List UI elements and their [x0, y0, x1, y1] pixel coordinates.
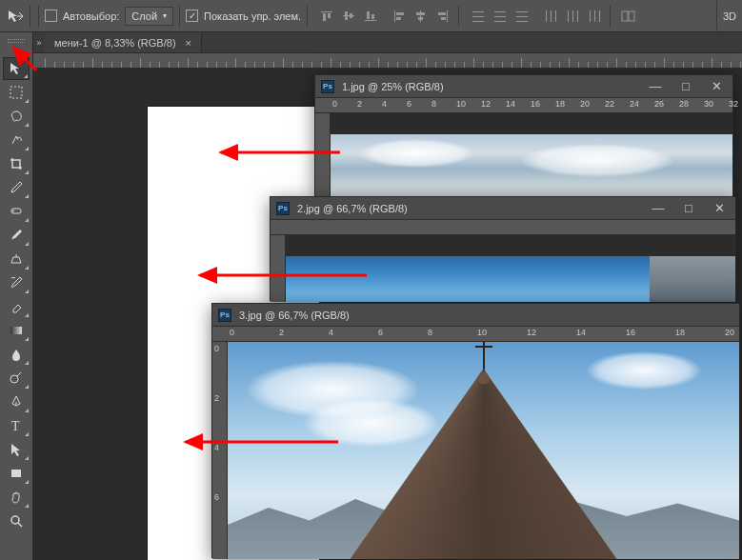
- panel-grip[interactable]: [0, 36, 32, 46]
- separator: [307, 6, 308, 27]
- document-tab[interactable]: мени-1 @ 8,33% (RGB/8) ×: [45, 32, 202, 52]
- distribute-bottom-icon[interactable]: [512, 7, 531, 26]
- minimize-icon[interactable]: —: [645, 79, 666, 93]
- svg-point-45: [11, 516, 19, 524]
- blur-tool[interactable]: [3, 343, 30, 366]
- show-controls-label: Показать упр. элем.: [204, 10, 301, 22]
- svg-rect-8: [371, 14, 374, 19]
- svg-rect-29: [555, 10, 556, 22]
- svg-rect-3: [343, 15, 354, 16]
- svg-rect-24: [516, 11, 528, 12]
- maximize-icon[interactable]: □: [678, 201, 699, 215]
- crop-tool[interactable]: [3, 152, 30, 175]
- zoom-tool[interactable]: [3, 510, 30, 532]
- window-title: 1.jpg @ 25% (RGB/8): [342, 81, 637, 92]
- window-body: 0246: [212, 342, 739, 559]
- svg-rect-23: [494, 21, 506, 22]
- close-icon[interactable]: ✕: [706, 79, 727, 93]
- svg-point-40: [12, 210, 14, 212]
- align-hcenter-icon[interactable]: [411, 7, 431, 26]
- dodge-tool[interactable]: [3, 367, 30, 390]
- gradient-tool[interactable]: [3, 319, 30, 342]
- brush-tool[interactable]: [3, 224, 30, 247]
- window-titlebar[interactable]: Ps 2.jpg @ 66,7% (RGB/8) — □ ✕: [271, 197, 735, 220]
- window-title: 2.jpg @ 66,7% (RGB/8): [297, 203, 640, 214]
- pen-tool[interactable]: [3, 390, 30, 413]
- svg-rect-11: [396, 17, 401, 20]
- svg-rect-10: [396, 12, 404, 15]
- image-content[interactable]: [331, 134, 732, 197]
- distribute-right-icon[interactable]: [585, 7, 604, 26]
- options-bar: Автовыбор: Слой ▾ Показать упр. элем. 3D: [0, 0, 742, 32]
- lasso-tool[interactable]: [3, 105, 30, 128]
- svg-rect-37: [629, 11, 634, 21]
- align-left-icon[interactable]: [390, 7, 409, 26]
- svg-rect-41: [10, 327, 22, 334]
- minimize-icon[interactable]: —: [648, 201, 669, 215]
- layer-dropdown-value: Слой: [131, 10, 157, 22]
- distribute-hcenter-icon[interactable]: [563, 7, 582, 26]
- document-window-1[interactable]: Ps 1.jpg @ 25% (RGB/8) — □ ✕ 02468101214…: [314, 74, 733, 196]
- history-brush-tool[interactable]: [3, 271, 30, 294]
- align-right-icon[interactable]: [433, 7, 452, 26]
- horizontal-ruler: [33, 53, 742, 69]
- document-window-3[interactable]: Ps 3.jpg @ 66,7% (RGB/8) 024681012141618…: [211, 303, 740, 558]
- distribute-top-icon[interactable]: [469, 7, 488, 26]
- chevron-down-icon: ▾: [163, 11, 167, 20]
- distribute-vcenter-icon[interactable]: [491, 7, 510, 26]
- svg-rect-2: [328, 13, 331, 18]
- window-ruler: [271, 220, 735, 235]
- svg-rect-31: [572, 10, 573, 22]
- close-icon[interactable]: ✕: [709, 201, 730, 215]
- path-select-tool[interactable]: [3, 438, 30, 461]
- svg-rect-25: [516, 16, 528, 17]
- svg-rect-19: [472, 16, 484, 17]
- marquee-tool[interactable]: [3, 81, 30, 104]
- autoselect-checkbox[interactable]: [45, 10, 57, 22]
- separator: [458, 6, 459, 27]
- svg-rect-26: [516, 21, 528, 22]
- close-icon[interactable]: ×: [186, 37, 191, 49]
- align-bottom-icon[interactable]: [361, 7, 380, 26]
- move-tool[interactable]: [3, 57, 30, 80]
- svg-rect-27: [546, 10, 547, 22]
- image-content[interactable]: [228, 342, 739, 559]
- svg-rect-28: [551, 10, 551, 22]
- layer-dropdown[interactable]: Слой ▾: [125, 7, 173, 26]
- window-titlebar[interactable]: Ps 3.jpg @ 66,7% (RGB/8): [212, 304, 739, 327]
- svg-rect-34: [594, 10, 595, 22]
- svg-rect-9: [394, 10, 395, 22]
- maximize-icon[interactable]: □: [675, 79, 696, 93]
- align-vcenter-icon[interactable]: [339, 7, 358, 26]
- separator: [179, 6, 180, 27]
- svg-rect-22: [494, 16, 506, 17]
- window-vruler: 0246: [212, 342, 228, 559]
- hand-tool[interactable]: [3, 486, 30, 509]
- autoselect-label: Автовыбор:: [63, 10, 119, 22]
- eraser-tool[interactable]: [3, 295, 30, 318]
- type-tool[interactable]: T: [3, 414, 30, 437]
- image-content[interactable]: [286, 256, 650, 302]
- auto-align-icon[interactable]: [620, 7, 639, 26]
- svg-rect-32: [577, 10, 578, 22]
- distribute-left-icon[interactable]: [541, 7, 560, 26]
- clone-stamp-tool[interactable]: [3, 248, 30, 270]
- healing-brush-tool[interactable]: [3, 200, 30, 223]
- svg-rect-0: [321, 11, 332, 12]
- rectangle-tool[interactable]: [3, 462, 30, 485]
- auto-align-group: [620, 7, 639, 26]
- separator: [610, 6, 611, 27]
- svg-rect-21: [494, 11, 506, 12]
- document-tabstrip: » мени-1 @ 8,33% (RGB/8) ×: [33, 32, 742, 53]
- tabstrip-expand-icon[interactable]: »: [33, 32, 45, 52]
- mode-indicator[interactable]: 3D: [716, 0, 742, 32]
- quick-select-tool[interactable]: [3, 129, 30, 151]
- panel-expand-icon[interactable]: »: [0, 46, 32, 57]
- eyedropper-tool[interactable]: [3, 176, 30, 199]
- show-controls-checkbox[interactable]: [186, 10, 198, 22]
- window-titlebar[interactable]: Ps 1.jpg @ 25% (RGB/8) — □ ✕: [315, 75, 732, 98]
- align-top-icon[interactable]: [317, 7, 336, 26]
- document-window-2[interactable]: Ps 2.jpg @ 66,7% (RGB/8) — □ ✕: [270, 196, 736, 301]
- svg-rect-36: [622, 11, 628, 21]
- active-tool-indicator: [6, 6, 30, 27]
